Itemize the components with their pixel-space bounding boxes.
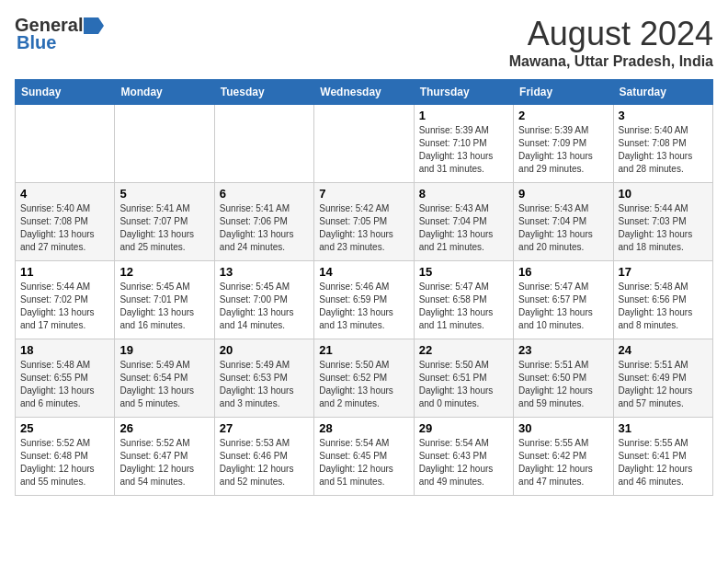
day-number: 8 (419, 187, 508, 201)
day-number: 3 (619, 109, 708, 122)
day-number: 17 (619, 265, 708, 279)
header: General Blue August 2024 Mawana, Uttar P… (15, 15, 713, 70)
calendar-header-sunday: Sunday (16, 80, 115, 105)
calendar-header-tuesday: Tuesday (214, 80, 313, 105)
calendar-cell: 19Sunrise: 5:49 AM Sunset: 6:54 PM Dayli… (115, 339, 214, 418)
calendar-cell: 10Sunrise: 5:44 AM Sunset: 7:03 PM Dayli… (613, 183, 712, 261)
day-info: Sunrise: 5:45 AM Sunset: 7:00 PM Dayligh… (220, 281, 309, 332)
calendar-cell: 27Sunrise: 5:53 AM Sunset: 6:46 PM Dayli… (214, 418, 313, 496)
main-title: August 2024 (509, 15, 713, 53)
calendar-cell: 5Sunrise: 5:41 AM Sunset: 7:07 PM Daylig… (115, 183, 214, 261)
day-info: Sunrise: 5:49 AM Sunset: 6:53 PM Dayligh… (220, 359, 309, 410)
day-info: Sunrise: 5:43 AM Sunset: 7:04 PM Dayligh… (518, 202, 608, 254)
day-number: 15 (419, 265, 508, 279)
calendar-header-saturday: Saturday (613, 80, 712, 105)
logo-blue: Blue (17, 32, 56, 53)
day-number: 10 (619, 187, 708, 201)
day-number: 1 (419, 109, 508, 122)
day-number: 7 (319, 187, 408, 201)
calendar-cell: 8Sunrise: 5:43 AM Sunset: 7:04 PM Daylig… (414, 183, 513, 261)
day-number: 4 (20, 187, 109, 201)
day-info: Sunrise: 5:51 AM Sunset: 6:50 PM Dayligh… (518, 359, 608, 410)
day-number: 9 (518, 187, 608, 201)
day-number: 26 (119, 421, 209, 435)
calendar-week-row: 1Sunrise: 5:39 AM Sunset: 7:10 PM Daylig… (16, 105, 713, 183)
logo: General Blue (15, 15, 105, 53)
day-info: Sunrise: 5:55 AM Sunset: 6:42 PM Dayligh… (518, 437, 608, 488)
calendar-cell: 20Sunrise: 5:49 AM Sunset: 6:53 PM Dayli… (214, 339, 313, 418)
calendar-cell: 7Sunrise: 5:42 AM Sunset: 7:05 PM Daylig… (314, 183, 414, 261)
day-info: Sunrise: 5:47 AM Sunset: 6:58 PM Dayligh… (419, 281, 508, 332)
day-info: Sunrise: 5:48 AM Sunset: 6:55 PM Dayligh… (20, 359, 109, 410)
day-number: 29 (419, 421, 508, 435)
calendar-week-row: 18Sunrise: 5:48 AM Sunset: 6:55 PM Dayli… (16, 339, 713, 418)
day-number: 14 (319, 265, 408, 279)
day-number: 5 (119, 187, 209, 201)
day-number: 28 (319, 421, 408, 435)
calendar-cell: 16Sunrise: 5:47 AM Sunset: 6:57 PM Dayli… (514, 261, 613, 339)
day-number: 18 (20, 343, 109, 357)
day-info: Sunrise: 5:53 AM Sunset: 6:46 PM Dayligh… (220, 437, 309, 488)
subtitle: Mawana, Uttar Pradesh, India (509, 53, 713, 70)
calendar-cell (214, 105, 313, 183)
calendar-week-row: 4Sunrise: 5:40 AM Sunset: 7:08 PM Daylig… (16, 183, 713, 261)
logo-flag-icon (84, 17, 104, 34)
day-number: 31 (619, 421, 708, 435)
calendar-cell (314, 105, 414, 183)
calendar-cell: 23Sunrise: 5:51 AM Sunset: 6:50 PM Dayli… (514, 339, 613, 418)
day-number: 20 (220, 343, 309, 357)
title-area: August 2024 Mawana, Uttar Pradesh, India (509, 15, 713, 70)
day-number: 2 (518, 109, 608, 122)
day-number: 30 (518, 421, 608, 435)
day-info: Sunrise: 5:48 AM Sunset: 6:56 PM Dayligh… (619, 281, 708, 332)
day-info: Sunrise: 5:54 AM Sunset: 6:43 PM Dayligh… (419, 437, 508, 488)
calendar-header-monday: Monday (115, 80, 214, 105)
calendar-cell: 17Sunrise: 5:48 AM Sunset: 6:56 PM Dayli… (613, 261, 712, 339)
day-number: 12 (119, 265, 209, 279)
day-info: Sunrise: 5:41 AM Sunset: 7:07 PM Dayligh… (119, 202, 209, 254)
day-info: Sunrise: 5:51 AM Sunset: 6:49 PM Dayligh… (619, 359, 708, 410)
calendar-cell: 22Sunrise: 5:50 AM Sunset: 6:51 PM Dayli… (414, 339, 513, 418)
calendar-cell: 6Sunrise: 5:41 AM Sunset: 7:06 PM Daylig… (214, 183, 313, 261)
day-info: Sunrise: 5:46 AM Sunset: 6:59 PM Dayligh… (319, 281, 408, 332)
day-info: Sunrise: 5:44 AM Sunset: 7:03 PM Dayligh… (619, 202, 708, 254)
calendar-cell: 9Sunrise: 5:43 AM Sunset: 7:04 PM Daylig… (514, 183, 613, 261)
day-info: Sunrise: 5:50 AM Sunset: 6:52 PM Dayligh… (319, 359, 408, 410)
calendar-cell: 21Sunrise: 5:50 AM Sunset: 6:52 PM Dayli… (314, 339, 414, 418)
calendar-cell: 31Sunrise: 5:55 AM Sunset: 6:41 PM Dayli… (613, 418, 712, 496)
calendar-cell: 25Sunrise: 5:52 AM Sunset: 6:48 PM Dayli… (16, 418, 115, 496)
calendar-cell: 24Sunrise: 5:51 AM Sunset: 6:49 PM Dayli… (613, 339, 712, 418)
calendar-cell: 28Sunrise: 5:54 AM Sunset: 6:45 PM Dayli… (314, 418, 414, 496)
calendar-cell: 13Sunrise: 5:45 AM Sunset: 7:00 PM Dayli… (214, 261, 313, 339)
calendar-cell: 29Sunrise: 5:54 AM Sunset: 6:43 PM Dayli… (414, 418, 513, 496)
day-info: Sunrise: 5:49 AM Sunset: 6:54 PM Dayligh… (119, 359, 209, 410)
day-info: Sunrise: 5:40 AM Sunset: 7:08 PM Dayligh… (619, 124, 708, 176)
day-info: Sunrise: 5:47 AM Sunset: 6:57 PM Dayligh… (518, 281, 608, 332)
calendar-header-thursday: Thursday (414, 80, 513, 105)
day-number: 21 (319, 343, 408, 357)
day-number: 11 (20, 265, 109, 279)
day-info: Sunrise: 5:44 AM Sunset: 7:02 PM Dayligh… (20, 281, 109, 332)
calendar-header-row: SundayMondayTuesdayWednesdayThursdayFrid… (16, 80, 713, 105)
calendar-cell: 2Sunrise: 5:39 AM Sunset: 7:09 PM Daylig… (514, 105, 613, 183)
day-info: Sunrise: 5:39 AM Sunset: 7:10 PM Dayligh… (419, 124, 508, 176)
day-info: Sunrise: 5:50 AM Sunset: 6:51 PM Dayligh… (419, 359, 508, 410)
calendar-cell: 12Sunrise: 5:45 AM Sunset: 7:01 PM Dayli… (115, 261, 214, 339)
day-info: Sunrise: 5:52 AM Sunset: 6:47 PM Dayligh… (119, 437, 209, 488)
day-info: Sunrise: 5:54 AM Sunset: 6:45 PM Dayligh… (319, 437, 408, 488)
calendar-cell: 3Sunrise: 5:40 AM Sunset: 7:08 PM Daylig… (613, 105, 712, 183)
day-number: 19 (119, 343, 209, 357)
calendar-week-row: 25Sunrise: 5:52 AM Sunset: 6:48 PM Dayli… (16, 418, 713, 496)
day-number: 6 (220, 187, 309, 201)
calendar-table: SundayMondayTuesdayWednesdayThursdayFrid… (15, 79, 713, 496)
day-info: Sunrise: 5:43 AM Sunset: 7:04 PM Dayligh… (419, 202, 508, 254)
day-info: Sunrise: 5:52 AM Sunset: 6:48 PM Dayligh… (20, 437, 109, 488)
day-number: 24 (619, 343, 708, 357)
day-info: Sunrise: 5:45 AM Sunset: 7:01 PM Dayligh… (119, 281, 209, 332)
calendar-cell: 15Sunrise: 5:47 AM Sunset: 6:58 PM Dayli… (414, 261, 513, 339)
calendar-week-row: 11Sunrise: 5:44 AM Sunset: 7:02 PM Dayli… (16, 261, 713, 339)
calendar-cell (115, 105, 214, 183)
day-number: 16 (518, 265, 608, 279)
day-number: 22 (419, 343, 508, 357)
calendar-header-friday: Friday (514, 80, 613, 105)
